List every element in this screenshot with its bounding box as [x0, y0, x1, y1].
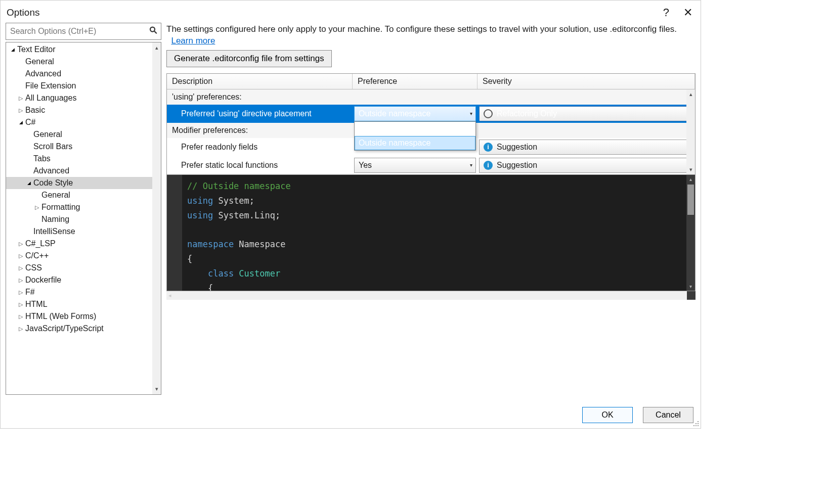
tree-item-label: C/C++	[25, 251, 49, 260]
tree-item-label: HTML (Web Forms)	[25, 312, 96, 321]
scroll-up-icon[interactable]: ▴	[686, 175, 695, 184]
tree-item-label: General	[25, 57, 54, 66]
ok-button[interactable]: OK	[582, 407, 633, 423]
svg-rect-3	[695, 423, 697, 424]
tree-item[interactable]: ▷HTML (Web Forms)	[6, 310, 161, 323]
cancel-button[interactable]: Cancel	[643, 407, 693, 423]
tree-arrow-icon: ▷	[17, 253, 24, 259]
code-scrollbar[interactable]: ▴ ▾	[686, 175, 695, 291]
grid-scrollbar[interactable]: ▴ ▾	[686, 89, 695, 174]
svg-rect-4	[698, 423, 699, 424]
svg-rect-5	[693, 425, 694, 426]
scroll-up-icon[interactable]: ▴	[689, 89, 692, 99]
tree-item[interactable]: ▷C/C++	[6, 250, 161, 262]
generate-editorconfig-button[interactable]: Generate .editorconfig file from setting…	[166, 50, 332, 67]
tree-item[interactable]: General	[6, 128, 161, 141]
row-static-local[interactable]: Prefer static local functions Yes ▾ i	[167, 156, 695, 174]
tree-item-label: File Extension	[25, 81, 76, 90]
options-dialog: Options ? ✕ ◢Text EditorGeneralAdvancedF…	[0, 0, 701, 429]
help-icon[interactable]: ?	[663, 6, 669, 19]
scroll-thumb[interactable]	[687, 185, 694, 215]
tree-item-label: General	[33, 130, 62, 139]
preference-dropdown-popup[interactable]: Inside namespace Outside namespace	[354, 121, 476, 151]
tree-item[interactable]: ▷Formatting	[6, 201, 161, 213]
tree-item[interactable]: IntelliSense	[6, 225, 161, 238]
tree-arrow-icon: ▷	[17, 107, 24, 114]
svg-line-1	[154, 31, 157, 34]
preference-dropdown[interactable]: Yes ▾	[354, 158, 476, 173]
tree-arrow-icon: ▷	[17, 265, 24, 271]
tree-item[interactable]: ▷HTML	[6, 298, 161, 310]
tree-item[interactable]: ▷C#_LSP	[6, 238, 161, 250]
settings-grid: Description Preference Severity 'using' …	[166, 73, 695, 175]
tree-arrow-icon: ▷	[17, 301, 24, 308]
scroll-up-icon[interactable]: ▴	[155, 42, 158, 53]
search-input-wrap[interactable]	[6, 23, 161, 40]
tree-item-label: Naming	[41, 215, 69, 224]
scroll-down-icon[interactable]: ▾	[155, 384, 158, 394]
col-description[interactable]: Description	[167, 74, 353, 89]
tree-item[interactable]: File Extension	[6, 80, 161, 92]
search-input[interactable]	[6, 23, 161, 39]
tree-item-label: HTML	[25, 300, 48, 309]
code-hscroll[interactable]: ◂ ▸	[166, 291, 695, 300]
tree-item-label: Scroll Bars	[33, 142, 72, 151]
chevron-down-icon: ▾	[470, 111, 472, 116]
tree-item-label: Dockerfile	[25, 276, 61, 285]
col-preference[interactable]: Preference	[353, 74, 477, 89]
severity-dropdown[interactable]: i Suggestion ▾	[479, 158, 693, 173]
options-tree[interactable]: ◢Text EditorGeneralAdvancedFile Extensio…	[6, 42, 161, 395]
tree-item-label: IntelliSense	[33, 227, 75, 236]
severity-dropdown[interactable]: Refactoring Only ▾	[479, 106, 693, 121]
tree-arrow-icon: ▷	[17, 95, 24, 102]
info-icon: i	[484, 143, 493, 152]
svg-rect-2	[698, 421, 699, 422]
dropdown-option-inside[interactable]: Inside namespace	[355, 122, 475, 136]
resize-grip[interactable]	[692, 420, 700, 427]
tree-item[interactable]: ◢Text Editor	[6, 43, 161, 56]
hint-text: The settings configured here only apply …	[166, 23, 695, 47]
tree-item[interactable]: Advanced	[6, 165, 161, 177]
tree-item[interactable]: ▷Basic	[6, 104, 161, 116]
tree-item-label: CSS	[25, 263, 42, 272]
chevron-down-icon: ▾	[470, 162, 472, 168]
tree-item[interactable]: Naming	[6, 213, 161, 225]
tree-scrollbar[interactable]: ▴ ▾	[152, 42, 161, 394]
search-icon	[149, 26, 158, 37]
row-using-placement[interactable]: Preferred 'using' directive placement Ou…	[167, 105, 695, 123]
tree-item-label: All Languages	[25, 94, 76, 103]
code-gutter	[167, 175, 182, 291]
learn-more-link[interactable]: Learn more	[171, 36, 215, 45]
preference-dropdown[interactable]: Outside namespace ▾	[354, 106, 476, 121]
tree-item[interactable]: General	[6, 56, 161, 68]
scroll-down-icon[interactable]: ▾	[689, 165, 692, 174]
tree-item[interactable]: ▷Dockerfile	[6, 274, 161, 286]
dropdown-option-outside[interactable]: Outside namespace	[355, 136, 475, 150]
info-icon: i	[484, 161, 493, 170]
tree-item[interactable]: ▷CSS	[6, 262, 161, 274]
tree-item[interactable]: ◢Code Style	[6, 177, 161, 189]
tree-arrow-icon: ▷	[33, 204, 40, 211]
tree-arrow-icon: ◢	[17, 120, 24, 125]
scroll-left-icon[interactable]: ◂	[168, 292, 171, 299]
tree-item-label: C#	[25, 118, 35, 127]
svg-rect-7	[698, 425, 699, 426]
tree-item[interactable]: Scroll Bars	[6, 141, 161, 153]
tree-item[interactable]: ▷JavaScript/TypeScript	[6, 323, 161, 335]
scroll-down-icon[interactable]: ▾	[686, 282, 695, 291]
tree-item[interactable]: ▷F#	[6, 286, 161, 298]
tree-item[interactable]: Tabs	[6, 153, 161, 165]
tree-item[interactable]: General	[6, 189, 161, 201]
tree-item[interactable]: Advanced	[6, 68, 161, 80]
severity-dropdown[interactable]: i Suggestion ▾	[479, 140, 693, 155]
tree-item[interactable]: ◢C#	[6, 116, 161, 128]
tree-item-label: Advanced	[33, 166, 69, 175]
col-severity[interactable]: Severity	[477, 74, 695, 89]
tree-item-label: Code Style	[33, 178, 73, 188]
window-title: Options	[7, 7, 39, 18]
tree-arrow-icon: ◢	[9, 47, 16, 52]
tree-item[interactable]: ▷All Languages	[6, 92, 161, 104]
close-icon[interactable]: ✕	[683, 6, 692, 19]
group-using: 'using' preferences:	[167, 89, 695, 105]
svg-point-0	[150, 27, 155, 32]
